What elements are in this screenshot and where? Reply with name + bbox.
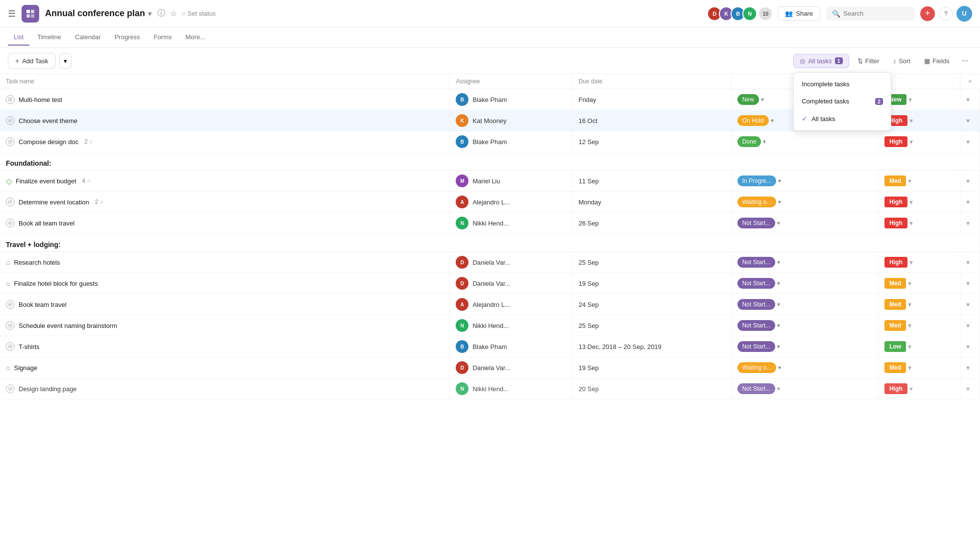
search-box[interactable]: 🔍 — [826, 7, 914, 21]
table-row[interactable]: Determine event location 2 ⑃ A Alejandro… — [0, 192, 980, 213]
sort-button[interactable]: ↕ Sort — [888, 54, 916, 68]
status-chevron[interactable]: ▾ — [777, 220, 780, 226]
row-expand-icon[interactable]: ▾ — [966, 96, 970, 103]
task-name[interactable]: Multi-home test — [19, 96, 62, 103]
status-chevron[interactable]: ▾ — [777, 280, 780, 287]
set-status[interactable]: ○ Set status — [182, 10, 216, 17]
expand-icon[interactable]: ▾ — [908, 279, 911, 287]
fields-button[interactable]: ▦ Fields — [919, 54, 955, 68]
task-name[interactable]: Choose event theme — [19, 117, 77, 125]
table-row[interactable]: ⌂ Finalize hotel block for guests D Dani… — [0, 273, 980, 294]
expand-icon[interactable]: ▾ — [908, 322, 911, 329]
table-row[interactable]: Schedule event naming brainstorm N Nikki… — [0, 315, 980, 336]
title-dropdown-icon[interactable]: ▾ — [148, 10, 151, 18]
more-button[interactable]: ··· — [958, 53, 972, 68]
task-check[interactable] — [6, 116, 15, 125]
expand-icon[interactable]: ▾ — [908, 343, 911, 350]
status-chevron[interactable]: ▾ — [777, 385, 780, 392]
table-row[interactable]: ⌂ Signage D Daniela Var... 19 Sep Waitin… — [0, 357, 980, 378]
row-expand-icon[interactable]: ▾ — [966, 177, 970, 185]
row-expand-icon[interactable]: ▾ — [966, 322, 970, 329]
info-icon[interactable]: ⓘ — [157, 8, 165, 19]
task-name[interactable]: Book team travel — [19, 301, 67, 308]
filter-button[interactable]: ⇅ Filter — [852, 54, 885, 68]
status-chevron[interactable]: ▾ — [777, 301, 780, 308]
tab-timeline[interactable]: Timeline — [31, 29, 67, 46]
table-row[interactable]: ⌂ Research hotels D Daniela Var... 25 Se… — [0, 252, 980, 273]
row-expand-icon[interactable]: ▾ — [966, 219, 970, 227]
row-expand-icon[interactable]: ▾ — [966, 300, 970, 308]
expand-icon[interactable]: ▾ — [908, 177, 911, 185]
add-task-dropdown-button[interactable]: ▾ — [59, 53, 72, 69]
dropdown-item-incomplete[interactable]: Incomplete tasks — [794, 75, 891, 93]
table-row[interactable]: Book team travel A Alejandro L... 24 Sep… — [0, 294, 980, 315]
expand-icon[interactable]: ▾ — [909, 138, 913, 146]
dropdown-item-all[interactable]: ✓ All tasks — [794, 110, 891, 127]
search-input[interactable] — [843, 10, 902, 17]
tab-more[interactable]: More... — [180, 29, 211, 46]
tab-forms[interactable]: Forms — [148, 29, 178, 46]
expand-icon[interactable]: ▾ — [909, 117, 913, 125]
expand-icon[interactable]: ▾ — [908, 96, 912, 103]
row-expand-icon[interactable]: ▾ — [966, 258, 970, 266]
all-tasks-button[interactable]: ◎ All tasks 1 — [793, 54, 849, 68]
task-check[interactable] — [6, 342, 15, 351]
task-name[interactable]: Book all team travel — [19, 220, 74, 227]
status-chevron[interactable]: ▾ — [771, 117, 774, 124]
task-name[interactable]: Finalize hotel block for guests — [14, 280, 98, 287]
row-expand-icon[interactable]: ▾ — [966, 279, 970, 287]
dropdown-item-completed[interactable]: Completed tasks 2 — [794, 93, 891, 110]
expand-icon[interactable]: ▾ — [909, 258, 913, 266]
expand-icon[interactable]: ▾ — [909, 219, 913, 227]
share-button[interactable]: 👥 Share — [778, 6, 820, 21]
status-chevron[interactable]: ▾ — [777, 343, 780, 350]
task-name[interactable]: Compose design doc — [19, 138, 78, 146]
status-chevron[interactable]: ▾ — [778, 364, 781, 371]
expand-icon[interactable]: ▾ — [909, 198, 913, 206]
table-row[interactable]: Book all team travel N Nikki Hend... 26 … — [0, 213, 980, 234]
expand-icon[interactable]: ▾ — [908, 364, 911, 372]
row-expand-icon[interactable]: ▾ — [966, 117, 970, 125]
task-check[interactable] — [6, 384, 15, 393]
task-name[interactable]: Research hotels — [14, 259, 60, 266]
task-name[interactable]: Design landing page — [19, 385, 77, 393]
task-check[interactable] — [6, 321, 15, 330]
table-row[interactable]: Design landing page N Nikki Hend... 20 S… — [0, 378, 980, 399]
tab-list[interactable]: List — [8, 29, 29, 46]
status-chevron[interactable]: ▾ — [761, 96, 764, 103]
hamburger-icon[interactable]: ☰ — [8, 8, 16, 19]
task-name[interactable]: Schedule event naming brainstorm — [19, 322, 117, 329]
star-icon[interactable]: ☆ — [170, 9, 177, 18]
tab-progress[interactable]: Progress — [109, 29, 146, 46]
row-expand-icon[interactable]: ▾ — [966, 385, 970, 393]
row-expand-icon[interactable]: ▾ — [966, 198, 970, 206]
tab-calendar[interactable]: Calendar — [69, 29, 107, 46]
expand-icon[interactable]: ▾ — [908, 300, 911, 308]
task-check[interactable] — [6, 95, 15, 104]
task-name[interactable]: T-shirts — [19, 343, 40, 350]
status-chevron[interactable]: ▾ — [777, 322, 780, 329]
task-check[interactable] — [6, 137, 15, 146]
status-chevron[interactable]: ▾ — [777, 259, 780, 266]
user-avatar[interactable]: U — [956, 6, 972, 22]
status-chevron[interactable]: ▾ — [778, 199, 781, 205]
row-expand-icon[interactable]: ▾ — [966, 138, 970, 146]
row-expand-icon[interactable]: ▾ — [966, 343, 970, 350]
task-check[interactable] — [6, 219, 15, 227]
task-name[interactable]: Determine event location — [19, 199, 89, 206]
table-row[interactable]: T-shirts B Blake Pham 13 Dec, 2018 – 20 … — [0, 336, 980, 357]
col-header-add[interactable]: + — [960, 74, 980, 89]
status-chevron[interactable]: ▾ — [763, 138, 766, 145]
task-name[interactable]: Finalize event budget — [16, 177, 76, 185]
help-button[interactable]: ? — [939, 7, 953, 21]
expand-icon[interactable]: ▾ — [909, 385, 913, 393]
table-row[interactable]: Compose design doc 2 ⑃ B Blake Pham 12 S… — [0, 131, 980, 152]
task-name[interactable]: Signage — [14, 364, 37, 372]
table-row[interactable]: ◇ Finalize event budget 4 ⑃ M Mariel Liu… — [0, 171, 980, 192]
task-check[interactable] — [6, 300, 15, 309]
row-expand-icon[interactable]: ▾ — [966, 364, 970, 372]
task-check[interactable] — [6, 198, 15, 206]
status-chevron[interactable]: ▾ — [778, 177, 781, 184]
create-button[interactable]: + — [920, 6, 935, 21]
add-task-button[interactable]: + Add Task — [8, 53, 55, 69]
